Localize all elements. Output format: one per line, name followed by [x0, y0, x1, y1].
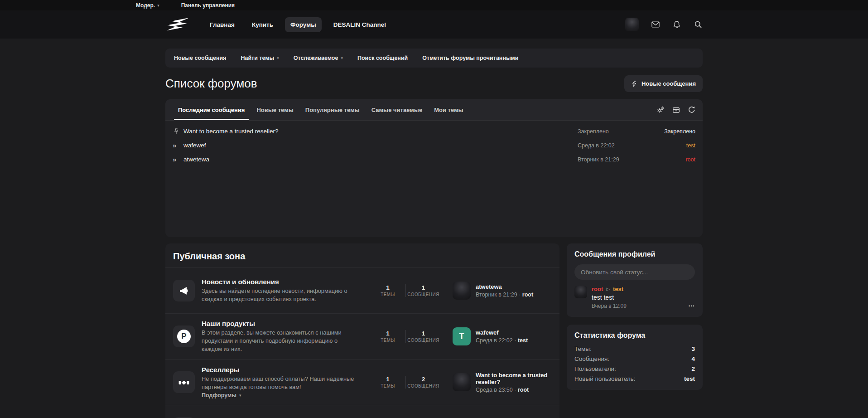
thread-title[interactable]: atwetewa	[183, 156, 578, 163]
last-post-time: Среда в 22:02 ·	[476, 337, 516, 344]
last-post-avatar[interactable]	[453, 373, 471, 391]
messages-count: 2	[406, 376, 441, 383]
profile-post-content: test test	[592, 294, 627, 301]
messages-label: СООБЩЕНИЯ	[406, 338, 441, 343]
thread-list: Want to become a trusted reseller? Закре…	[165, 121, 703, 170]
page-title: Список форумов	[165, 77, 257, 91]
forum-node-news: Новости и обновления Здесь вы найдете по…	[165, 267, 559, 313]
handshake-icon	[178, 376, 190, 388]
last-post-avatar[interactable]	[453, 282, 471, 300]
profile-post-time[interactable]: Вчера в 12:09	[592, 303, 627, 309]
messages-label: СООБЩЕНИЯ	[406, 292, 441, 297]
forum-stats-widget: Статистика форума Темы: 3 Сообщения: 4 П…	[567, 325, 703, 390]
gears-icon[interactable]	[656, 106, 665, 114]
refresh-icon[interactable]	[687, 106, 696, 114]
last-post-user[interactable]: test	[518, 337, 528, 344]
node-description: Не поддерживаем ваш способ оплаты? Наши …	[202, 375, 359, 391]
threads-count: 1	[370, 376, 405, 383]
chevron-down-icon: ▾	[341, 56, 343, 60]
status-input[interactable]	[574, 264, 695, 280]
threads-label: ТЕМЫ	[370, 292, 405, 297]
last-post-avatar[interactable]: T	[453, 327, 471, 345]
messages-count: 1	[406, 330, 441, 337]
new-messages-button[interactable]: Новые сообщения	[624, 75, 703, 92]
nav-item-forums[interactable]: Форумы	[285, 17, 322, 32]
last-post-user[interactable]: root	[522, 292, 533, 298]
last-post-user[interactable]: root	[518, 387, 529, 393]
sidebar: Сообщения профилей root ▷ test test test…	[567, 243, 703, 390]
node-title[interactable]: Наши продукты	[202, 320, 359, 327]
forum-stats-title: Статистика форума	[574, 331, 695, 340]
chevron-down-icon: ▾	[239, 393, 241, 398]
site-header: Главная Купить Форумы DESALIN Channel	[0, 10, 868, 39]
nav-item-buy[interactable]: Купить	[246, 17, 279, 32]
double-chevron-icon: »	[173, 156, 183, 163]
nav-item-home[interactable]: Главная	[204, 17, 240, 32]
moderator-menu-label: Модер.	[136, 2, 155, 9]
ellipsis-menu-icon[interactable]: •••	[689, 304, 695, 308]
thread-user[interactable]: test	[650, 142, 695, 149]
search-icon[interactable]	[694, 20, 703, 29]
node-title[interactable]: Реселлеры	[202, 366, 359, 374]
thread-title[interactable]: Want to become a trusted reseller?	[183, 128, 578, 135]
tab-popular-threads[interactable]: Популярные темы	[299, 99, 366, 120]
messages-label: СООБЩЕНИЯ	[406, 384, 441, 389]
double-chevron-icon: »	[173, 141, 183, 149]
chevron-down-icon: ▾	[157, 3, 159, 8]
lightning-icon	[631, 80, 638, 87]
last-post-title[interactable]: wafewef	[476, 329, 528, 336]
brand-logo-icon[interactable]	[165, 18, 189, 31]
node-title[interactable]: Новости и обновления	[202, 278, 359, 286]
user-avatar[interactable]	[625, 18, 639, 31]
profile-post-author[interactable]: root	[592, 286, 603, 292]
threads-label: ТЕМЫ	[370, 338, 405, 343]
pin-icon	[173, 128, 183, 135]
subnav-new-messages[interactable]: Новые сообщения	[174, 55, 226, 61]
messages-count: 1	[406, 284, 441, 291]
moderator-menu[interactable]: Модер. ▾	[136, 2, 159, 9]
admin-panel-link[interactable]: Панель управления	[181, 2, 235, 9]
thread-time: Закреплено	[578, 128, 650, 135]
thread-row: » atwetewa Вторник в 21:29 root	[173, 152, 695, 166]
chevron-down-icon: ▾	[277, 56, 279, 60]
last-post-title[interactable]: atwetewa	[476, 283, 533, 290]
subforums-toggle[interactable]: Подфорумы ▾	[202, 392, 241, 399]
archive-box-icon[interactable]	[672, 106, 680, 114]
node-description: В этом разделе, вы можете ознакомиться с…	[202, 329, 359, 353]
tab-new-threads[interactable]: Новые темы	[251, 99, 299, 120]
profile-post-avatar[interactable]	[574, 286, 587, 298]
last-post-time: Среда в 23:50 ·	[476, 387, 516, 393]
thread-title[interactable]: wafewef	[183, 142, 578, 149]
threads-count: 1	[370, 284, 405, 291]
subnav-search-posts[interactable]: Поиск сообщений	[357, 55, 408, 61]
megaphone-icon	[178, 285, 190, 296]
thread-row: » wafewef Среда в 22:02 test	[173, 138, 695, 152]
subnav-watched[interactable]: Отслеживаемое ▾	[294, 55, 343, 61]
stats-row: Пользователи: 2	[574, 365, 695, 372]
bell-icon[interactable]	[672, 20, 681, 29]
subnav-find-threads[interactable]: Найти темы ▾	[241, 55, 279, 61]
thread-user[interactable]: root	[650, 156, 695, 163]
stats-row: Новый пользователь: test	[574, 375, 695, 382]
forum-subnav: Новые сообщения Найти темы ▾ Отслеживаем…	[165, 49, 703, 68]
last-post-time: Вторник в 21:29 ·	[476, 292, 521, 298]
product-icon: P	[177, 330, 191, 343]
nav-item-channel[interactable]: DESALIN Channel	[328, 17, 391, 32]
threads-label: ТЕМЫ	[370, 384, 405, 389]
last-post-title[interactable]: Want to become a trusted reseller?	[476, 372, 552, 385]
thread-row: Want to become a trusted reseller? Закре…	[173, 124, 695, 138]
category-title[interactable]: Публичная зона	[165, 243, 559, 267]
tab-latest-posts[interactable]: Последние сообщения	[172, 99, 251, 120]
profile-post-target[interactable]: test	[613, 286, 623, 292]
tab-my-threads[interactable]: Мои темы	[428, 99, 469, 120]
main-nav: Главная Купить Форумы DESALIN Channel	[204, 17, 391, 32]
thread-user[interactable]: Закреплено	[650, 128, 695, 135]
stats-row: Сообщения: 4	[574, 355, 695, 362]
forum-node-products: P Наши продукты В этом разделе, вы может…	[165, 313, 559, 359]
tab-most-read[interactable]: Самые читаемые	[366, 99, 428, 120]
subnav-mark-read[interactable]: Отметить форумы прочитанными	[422, 55, 518, 61]
forum-node-resellers: Реселлеры Не поддерживаем ваш способ опл…	[165, 359, 559, 405]
mail-icon[interactable]	[651, 20, 660, 29]
admin-panel-label: Панель управления	[181, 2, 235, 9]
forum-category-panel: Публичная зона Новости и обновления Здес…	[165, 243, 559, 418]
